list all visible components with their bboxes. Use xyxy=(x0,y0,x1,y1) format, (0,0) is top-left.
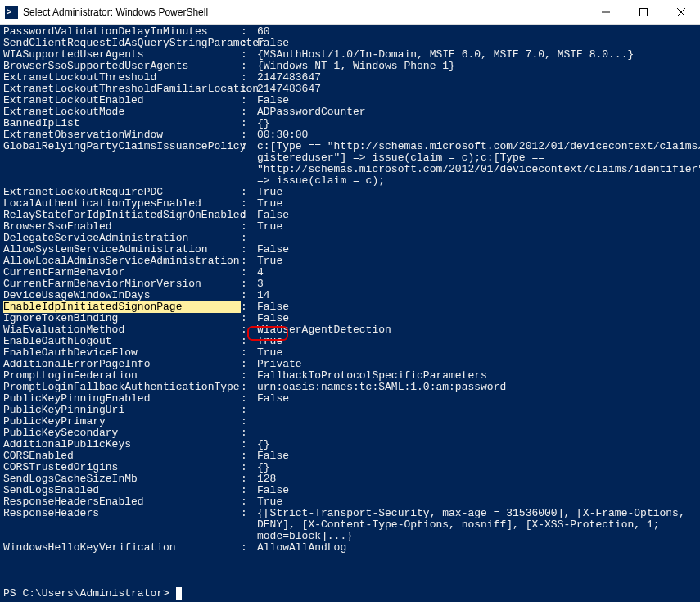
output-row: SendLogsCacheSizeInMb: 128 xyxy=(3,473,697,485)
separator: : xyxy=(241,256,257,267)
output-row: CORSEnabled: False xyxy=(3,450,697,462)
property-key: ExtranetLockoutThresholdFamiliarLocation xyxy=(3,84,241,95)
output-row: BannedIpList: {} xyxy=(3,118,697,129)
terminal-output[interactable]: PasswordValidationDelayInMinutes: 60Send… xyxy=(0,25,700,602)
property-key: SendLogsEnabled xyxy=(3,485,241,496)
output-row: ExtranetLockoutRequirePDC: True xyxy=(3,187,697,198)
property-key: ExtranetLockoutEnabled xyxy=(3,95,241,106)
separator: : xyxy=(241,473,257,485)
output-row: DelegateServiceAdministration: xyxy=(3,233,697,244)
output-row: IgnoreTokenBinding: False xyxy=(3,313,697,324)
separator: : xyxy=(241,450,257,462)
property-key: EnableOauthDeviceFlow xyxy=(3,347,241,359)
output-row-continuation: gistereduser"] => issue(claim = c);c:[Ty… xyxy=(3,152,697,164)
property-key: GlobalRelyingPartyClaimsIssuancePolicy xyxy=(3,141,241,152)
property-value: 60 xyxy=(257,26,270,38)
property-value: True xyxy=(257,336,282,347)
property-value-continuation: "http://schemas.microsoft.com/2012/01/de… xyxy=(257,164,700,175)
property-key: EnableIdpInitiatedSignonPage xyxy=(3,301,241,313)
output-row: GlobalRelyingPartyClaimsIssuancePolicy: … xyxy=(3,141,697,152)
separator: : xyxy=(241,324,257,336)
close-button[interactable] xyxy=(662,0,700,25)
output-row: AdditionalPublicKeys: {} xyxy=(3,439,697,450)
output-row: AllowSystemServiceAdministration: False xyxy=(3,244,697,256)
separator: : xyxy=(241,210,257,221)
blank-line xyxy=(3,554,697,565)
output-row: PublicKeyPinningUri: xyxy=(3,405,697,416)
property-key: SendClientRequestIdAsQueryStringParamete… xyxy=(3,38,241,49)
property-key: CORSTrustedOrigins xyxy=(3,462,241,473)
separator: : xyxy=(241,198,257,210)
property-key: BrowserSsoSupportedUserAgents xyxy=(3,61,241,72)
output-row-continuation: "http://schemas.microsoft.com/2012/01/de… xyxy=(3,164,697,175)
property-key: PublicKeyPinningEnabled xyxy=(3,393,241,405)
svg-rect-1 xyxy=(640,9,648,16)
separator: : xyxy=(241,278,257,290)
property-value: True xyxy=(257,221,282,233)
property-value: 128 xyxy=(257,473,276,485)
output-row: PromptLoginFallbackAuthenticationType: u… xyxy=(3,382,697,393)
output-row: DeviceUsageWindowInDays: 14 xyxy=(3,290,697,301)
separator: : xyxy=(241,462,257,473)
property-value: False xyxy=(257,95,289,106)
property-value: 2147483647 xyxy=(257,84,321,95)
property-key: LocalAuthenticationTypesEnabled xyxy=(3,198,241,210)
output-row: WiaEvaluationMethod: WiaUserAgentDetecti… xyxy=(3,324,697,336)
prompt-line[interactable]: PS C:\Users\Administrator> xyxy=(3,588,697,600)
output-row: ExtranetLockoutThreshold: 2147483647 xyxy=(3,72,697,84)
property-value: {} xyxy=(257,439,270,450)
property-value: False xyxy=(257,210,289,221)
output-row-continuation: => issue(claim = c); xyxy=(3,175,697,187)
prompt-text: PS C:\Users\Administrator> xyxy=(3,587,176,600)
separator: : xyxy=(241,485,257,496)
separator: : xyxy=(241,370,257,382)
separator: : xyxy=(241,496,257,508)
property-key: EnableOauthLogout xyxy=(3,336,241,347)
property-key: WindowsHelloKeyVerification xyxy=(3,542,241,554)
output-row: AllowLocalAdminsServiceAdministration: T… xyxy=(3,256,697,267)
separator: : xyxy=(241,382,257,393)
output-row: EnableOauthLogout: True xyxy=(3,336,697,347)
property-key: BannedIpList xyxy=(3,118,241,129)
property-key: RelayStateForIdpInitiatedSignOnEnabled xyxy=(3,210,241,221)
separator: : xyxy=(241,129,257,141)
separator: : xyxy=(241,359,257,370)
powershell-icon: >_ xyxy=(5,6,18,19)
output-row: EnableOauthDeviceFlow: True xyxy=(3,347,697,359)
property-value: 4 xyxy=(257,267,264,278)
separator: : xyxy=(241,393,257,405)
property-key: AllowLocalAdminsServiceAdministration xyxy=(3,256,241,267)
property-key: AdditionalPublicKeys xyxy=(3,439,241,450)
separator: : xyxy=(241,405,257,416)
property-value: 14 xyxy=(257,290,270,301)
output-row: CurrentFarmBehaviorMinorVersion: 3 xyxy=(3,278,697,290)
separator: : xyxy=(241,95,257,106)
title-left: >_ Select Administrator: Windows PowerSh… xyxy=(0,6,587,19)
output-row: CORSTrustedOrigins: {} xyxy=(3,462,697,473)
property-key: ExtranetObservationWindow xyxy=(3,129,241,141)
property-value: WiaUserAgentDetection xyxy=(257,324,391,336)
property-key: IgnoreTokenBinding xyxy=(3,313,241,324)
output-row: ExtranetLockoutThresholdFamiliarLocation… xyxy=(3,84,697,95)
property-key: CurrentFarmBehaviorMinorVersion xyxy=(3,278,241,290)
blank-line xyxy=(3,565,697,577)
output-row: PublicKeyPrimary: xyxy=(3,416,697,428)
minimize-button[interactable] xyxy=(587,0,625,25)
property-value: {Windows NT 1, Windows Phone 1} xyxy=(257,61,455,72)
maximize-button[interactable] xyxy=(625,0,662,25)
property-value: {MSAuthHost/1.0/In-Domain, MSIE 6.0, MSI… xyxy=(257,49,634,61)
separator: : xyxy=(241,49,257,61)
output-row: ExtranetLockoutEnabled: False xyxy=(3,95,697,106)
property-value: urn:oasis:names:tc:SAML:1.0:am:password xyxy=(257,382,506,393)
property-value: False xyxy=(257,313,289,324)
output-row: RelayStateForIdpInitiatedSignOnEnabled: … xyxy=(3,210,697,221)
output-row-continuation: DENY], [X-Content-Type-Options, nosniff]… xyxy=(3,519,697,531)
separator: : xyxy=(241,26,257,38)
output-row: PromptLoginFederation: FallbackToProtoco… xyxy=(3,370,697,382)
property-value: True xyxy=(257,256,282,267)
separator: : xyxy=(241,221,257,233)
property-value: {[Strict-Transport-Security, max-age = 3… xyxy=(257,508,685,519)
separator: : xyxy=(241,313,257,324)
window-controls xyxy=(587,0,700,24)
separator: : xyxy=(241,439,257,450)
